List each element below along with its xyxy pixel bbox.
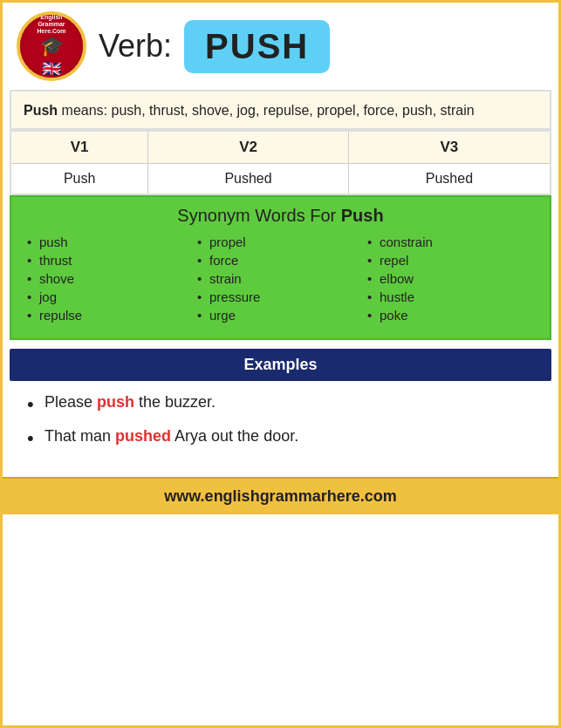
synonym-item: propel (195, 235, 366, 249)
synonym-item: poke (366, 308, 536, 323)
meaning-bold-word: Push (24, 103, 58, 118)
mortarboard-icon: 🎓 (40, 35, 64, 58)
synonym-item: hustle (366, 289, 536, 304)
synonym-item: push (25, 235, 195, 249)
synonym-title-prefix: Synonym Words For (177, 206, 340, 225)
synonym-item: jog (25, 289, 195, 304)
synonym-columns: push thrust shove jog repulse propel for… (25, 235, 536, 326)
example-1-highlight: push (97, 393, 134, 411)
synonym-item: elbow (366, 271, 536, 286)
v2-header: V2 (148, 131, 349, 164)
synonym-col-2: propel force strain pressure urge (195, 235, 366, 326)
synonym-section: Synonym Words For Push push thrust shove… (10, 195, 551, 340)
synonym-item: strain (195, 271, 366, 286)
verb-label: Verb: (99, 28, 172, 65)
synonym-item: shove (25, 271, 195, 286)
meaning-body: means: push, thrust, shove, jog, repulse… (58, 103, 475, 118)
example-item-1: Please push the buzzer. (36, 393, 534, 412)
synonym-item: constrain (366, 235, 536, 249)
logo-text: EnglishGrammarHere.Com (37, 14, 65, 34)
verb-table: V1 V2 V3 Push Pushed Pushed (10, 130, 551, 195)
v3-header: V3 (348, 131, 551, 164)
example-1-after: the buzzer. (134, 393, 216, 411)
v2-value: Pushed (148, 164, 349, 195)
synonym-item: repulse (25, 308, 195, 323)
examples-header: Examples (10, 349, 551, 381)
synonym-item: pressure (195, 289, 366, 304)
synonym-col-1: push thrust shove jog repulse (25, 235, 195, 326)
v1-header: V1 (10, 131, 148, 164)
examples-header-text: Examples (243, 356, 317, 373)
logo: EnglishGrammarHere.Com 🎓 🇬🇧 (17, 11, 86, 81)
v1-value: Push (10, 164, 148, 195)
synonym-item: repel (366, 253, 536, 268)
example-2-before: That man (44, 427, 115, 445)
synonym-title: Synonym Words For Push (25, 206, 536, 226)
meaning-text: Push means: push, thrust, shove, jog, re… (24, 100, 537, 121)
example-1-before: Please (44, 393, 97, 411)
push-badge: PUSH (184, 20, 330, 73)
footer: www.englishgrammarhere.com (3, 477, 558, 514)
synonym-item: urge (195, 308, 366, 323)
synonym-item: force (195, 253, 366, 268)
synonym-col-3: constrain repel elbow hustle poke (366, 235, 536, 326)
examples-body: Please push the buzzer. That man pushed … (10, 381, 551, 470)
synonym-title-word: Push (341, 206, 384, 225)
flag-icon: 🇬🇧 (42, 59, 61, 78)
v3-value: Pushed (348, 164, 551, 195)
example-2-highlight: pushed (115, 427, 171, 445)
example-item-2: That man pushed Arya out the door. (36, 427, 534, 446)
example-2-after: Arya out the door. (171, 427, 298, 445)
synonym-item: thrust (25, 253, 195, 268)
footer-url: www.englishgrammarhere.com (164, 487, 396, 505)
header: EnglishGrammarHere.Com 🎓 🇬🇧 Verb: PUSH (3, 3, 558, 90)
meaning-section: Push means: push, thrust, shove, jog, re… (10, 90, 551, 130)
